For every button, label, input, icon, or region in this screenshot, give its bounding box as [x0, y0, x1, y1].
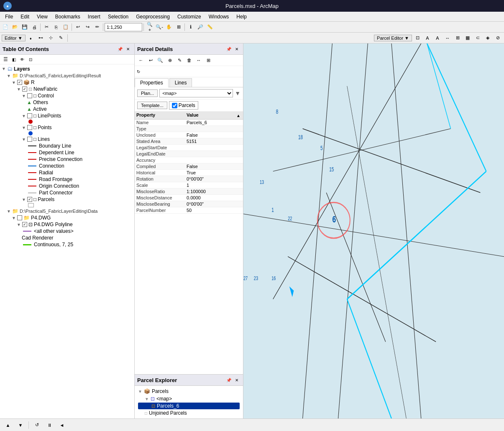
explorer-close-btn[interactable]: ✕	[233, 376, 240, 384]
control-group[interactable]: ▼ □ Control	[0, 92, 134, 99]
control-checkbox[interactable]	[27, 93, 32, 98]
explorer-parcels6-item[interactable]: ⊡ Parcels_6	[138, 403, 240, 409]
active-item[interactable]: ▲ Active	[0, 106, 134, 112]
menu-customize[interactable]: Customize	[174, 13, 205, 20]
parcel-zoom-btn[interactable]: ⊞	[204, 56, 213, 65]
points-group[interactable]: ▼ □ Points	[0, 124, 134, 131]
road-frontage-item[interactable]: Road Frontage	[0, 176, 134, 183]
rotate-btn[interactable]: ⊷	[36, 33, 46, 43]
reshape-btn[interactable]: ⊹	[46, 33, 56, 43]
paste-btn[interactable]: 📋	[61, 23, 70, 32]
newfabric-checkbox[interactable]	[22, 87, 27, 92]
toc-list-btn[interactable]: ☰	[2, 56, 9, 63]
cad-renderer-item[interactable]: Cad Renderer	[0, 235, 134, 241]
scale-input[interactable]	[105, 23, 142, 31]
parcel-delete-btn[interactable]: 🗑	[184, 56, 194, 65]
parcel-pin-btn[interactable]: 📌	[225, 45, 233, 53]
toc-source-btn[interactable]: ◧	[10, 56, 18, 63]
parcels-check-box[interactable]: Parcels	[169, 101, 198, 110]
parcel-close-btn[interactable]: ✕	[233, 45, 240, 53]
explorer-pin-btn[interactable]: 📌	[225, 376, 233, 384]
find-btn[interactable]: 🔎	[196, 23, 205, 32]
explorer-map-item[interactable]: ▼ ⊡ <map>	[138, 395, 240, 403]
editor-dropdown[interactable]: Editor ▼	[2, 35, 26, 41]
menu-insert[interactable]: Insert	[84, 13, 104, 20]
identify-btn[interactable]: ℹ	[186, 23, 195, 32]
menu-windows[interactable]: Windows	[205, 13, 233, 20]
data-folder-1[interactable]: ▼ 📁 D:\Practical5_FabricLayerEditing\Res…	[0, 72, 134, 79]
undo-btn[interactable]: ↩	[73, 23, 82, 32]
linepoints-checkbox[interactable]	[27, 113, 32, 118]
parcel-tool-8[interactable]: ◈	[483, 33, 492, 43]
menu-view[interactable]: View	[33, 13, 51, 20]
parcel-tool-6[interactable]: ▦	[463, 33, 472, 43]
status-down-btn[interactable]: ▼	[16, 421, 25, 430]
r-group[interactable]: ▼ 📦 R	[0, 79, 134, 86]
others-item[interactable]: ▲ Others	[0, 99, 134, 106]
status-up-btn[interactable]: ▲	[3, 421, 13, 430]
measure-btn[interactable]: 📏	[205, 23, 215, 32]
parcel-tool-9[interactable]: ⊘	[493, 33, 502, 43]
newfabric-item[interactable]: ▼ ⊡ NewFabric	[0, 86, 134, 92]
parcel-back-btn[interactable]: ←	[136, 56, 146, 65]
menu-bookmarks[interactable]: Bookmarks	[52, 13, 84, 20]
origin-conn-item[interactable]: Origin Connection	[0, 183, 134, 189]
parcel-editor-dropdown[interactable]: Parcel Editor ▼	[374, 35, 412, 41]
new-btn[interactable]: 📄	[1, 23, 10, 32]
parcel-move-btn[interactable]: ↔	[194, 56, 203, 65]
sketch-btn[interactable]: ✎	[56, 33, 66, 43]
lines-group[interactable]: ▼ □ Lines	[0, 136, 134, 143]
zoom-in-btn[interactable]: 🔍+	[145, 23, 154, 32]
menu-edit[interactable]: Edit	[17, 13, 33, 20]
menu-geoprocessing[interactable]: Geoprocessing	[133, 13, 173, 20]
redo-btn[interactable]: ↪	[83, 23, 92, 32]
explorer-unjoined-item[interactable]: □ Unjoined Parcels	[138, 409, 240, 417]
layers-root[interactable]: ▼ 🗂 Layers	[0, 65, 134, 72]
p4dwg-checkbox[interactable]	[17, 215, 22, 220]
open-btn[interactable]: 📂	[10, 23, 20, 32]
radial-item[interactable]: Radial	[0, 169, 134, 176]
parcel-add-btn[interactable]: ⊕	[165, 56, 174, 65]
toc-vis-btn[interactable]: 👁	[18, 56, 26, 63]
parcel-tool-3[interactable]: A	[433, 33, 442, 43]
points-checkbox[interactable]	[27, 125, 32, 130]
tab-lines[interactable]: Lines	[169, 78, 192, 87]
template-btn[interactable]: Template...	[137, 102, 167, 109]
parcels-group[interactable]: ▼ □ Parcels	[0, 196, 134, 203]
toc-pin-btn[interactable]: 📌	[116, 45, 124, 53]
dependent-line-item[interactable]: Dependent Line	[0, 149, 134, 156]
status-back-btn[interactable]: ◄	[57, 421, 67, 430]
pan-btn[interactable]: ✋	[164, 23, 174, 32]
parcel-refresh-btn[interactable]: ↩	[146, 56, 155, 65]
p4dwg-polyline-item[interactable]: ▼ ⊡ P4.DWG Polyline	[0, 221, 134, 228]
parcel-tool-1[interactable]: ⊡	[413, 33, 422, 43]
full-extent-btn[interactable]: ⊞	[174, 23, 183, 32]
precise-conn-item[interactable]: Precise Connection	[0, 156, 134, 163]
lines-checkbox[interactable]	[27, 137, 32, 142]
all-other-values-item[interactable]: <all other values>	[0, 228, 134, 235]
edit-tool-btn[interactable]: ✏	[92, 23, 102, 32]
toc-sel-btn[interactable]: ⊡	[27, 56, 34, 63]
parcel-tool-2[interactable]: A	[423, 33, 432, 43]
explorer-parcels-root[interactable]: ▼ 📦 Parcels	[138, 388, 240, 395]
continuous-item[interactable]: Continuous, 7, 25	[0, 241, 134, 248]
parcel-edit-btn[interactable]: ✎	[175, 56, 184, 65]
parcel-tool-7[interactable]: ⊂	[473, 33, 482, 43]
menu-help[interactable]: Help	[233, 13, 250, 20]
map-select[interactable]: <map>	[159, 89, 233, 97]
zoom-out-btn[interactable]: 🔍-	[155, 23, 164, 32]
part-connector-item[interactable]: Part Connector	[0, 189, 134, 196]
menu-file[interactable]: File	[2, 13, 16, 20]
status-pause-btn[interactable]: ⏸	[45, 421, 54, 430]
parcel-tool-5[interactable]: ⊞	[453, 33, 462, 43]
print-btn[interactable]: 🖨	[30, 23, 39, 32]
cut-btn[interactable]: ✂	[42, 23, 51, 32]
connection-item[interactable]: Connection	[0, 163, 134, 169]
parcel-tool-4[interactable]: ↔	[443, 33, 452, 43]
r-checkbox[interactable]	[17, 80, 22, 85]
plan-btn[interactable]: Plan...	[137, 89, 158, 97]
copy-btn[interactable]: ⎘	[51, 23, 61, 32]
props-scroll-up[interactable]: ▲	[235, 112, 241, 118]
parcels-checkbox[interactable]	[27, 197, 32, 202]
map-view[interactable]: 8 18 5 15 13 1 22 6 27 23 16 ⊞ Construct…	[243, 43, 504, 418]
